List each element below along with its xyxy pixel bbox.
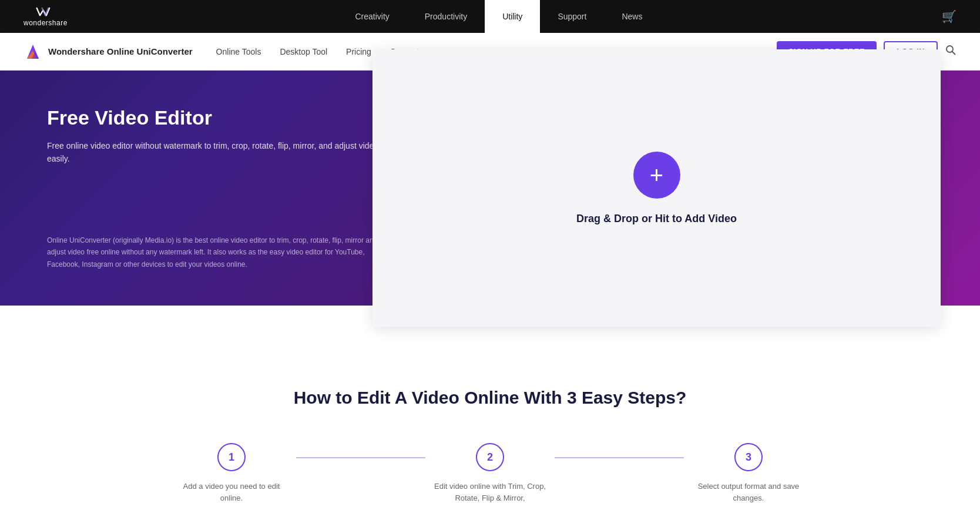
nav-news[interactable]: News [604, 0, 660, 33]
search-icon[interactable] [945, 44, 956, 59]
hero-left: Free Video Editor Free online video edit… [0, 71, 412, 306]
hero-subtitle: Free online video editor without waterma… [47, 139, 382, 166]
top-nav-links: Creativity Productivity Utility Support … [337, 0, 660, 33]
cart-icon[interactable]: 🛒 [942, 9, 956, 24]
brand-logo[interactable]: wondershare [24, 6, 68, 27]
subnav-online-tools[interactable]: Online Tools [216, 47, 261, 56]
steps-container: 1 Add a video you need to edit online. 2… [167, 443, 813, 504]
step-2-text: Edit video online with Trim, Crop, Rotat… [431, 481, 549, 504]
nav-productivity[interactable]: Productivity [407, 0, 485, 33]
nav-utility[interactable]: Utility [485, 0, 540, 33]
step-1-text: Add a video you need to edit online. [173, 481, 290, 504]
upload-card: + Drag & Drop or Hit to Add Video [372, 49, 941, 327]
step-1: 1 Add a video you need to edit online. [167, 443, 296, 504]
step-1-circle: 1 [217, 443, 246, 471]
nav-support[interactable]: Support [540, 0, 604, 33]
hero-description: Online UniConverter (originally Media.io… [47, 234, 382, 270]
step-3-text: Select output format and save changes. [690, 481, 807, 504]
nav-creativity[interactable]: Creativity [337, 0, 407, 33]
top-navigation: wondershare Creativity Productivity Util… [0, 0, 980, 33]
step-2: 2 Edit video online with Trim, Crop, Rot… [425, 443, 555, 504]
sub-brand[interactable]: Wondershare Online UniConverter [24, 42, 193, 61]
step-connector-2 [555, 457, 684, 458]
subnav-desktop-tool[interactable]: Desktop Tool [280, 47, 327, 56]
upload-text: Drag & Drop or Hit to Add Video [576, 213, 737, 225]
steps-title: How to Edit A Video Online With 3 Easy S… [24, 388, 956, 408]
step-2-circle: 2 [476, 443, 504, 471]
hero-section: Free Video Editor Free online video edit… [0, 71, 980, 306]
plus-icon: + [650, 163, 663, 187]
hero-title: Free Video Editor [47, 106, 382, 130]
step-connector-1 [296, 457, 425, 458]
upload-button[interactable]: + [633, 152, 680, 199]
step-3-circle: 3 [734, 443, 763, 471]
step-3: 3 Select output format and save changes. [684, 443, 813, 504]
steps-section: How to Edit A Video Online With 3 Easy S… [0, 341, 980, 520]
subnav-pricing[interactable]: Pricing [346, 47, 371, 56]
sub-brand-name: Wondershare Online UniConverter [48, 46, 193, 56]
brand-name: wondershare [24, 19, 68, 27]
svg-line-4 [952, 52, 955, 55]
